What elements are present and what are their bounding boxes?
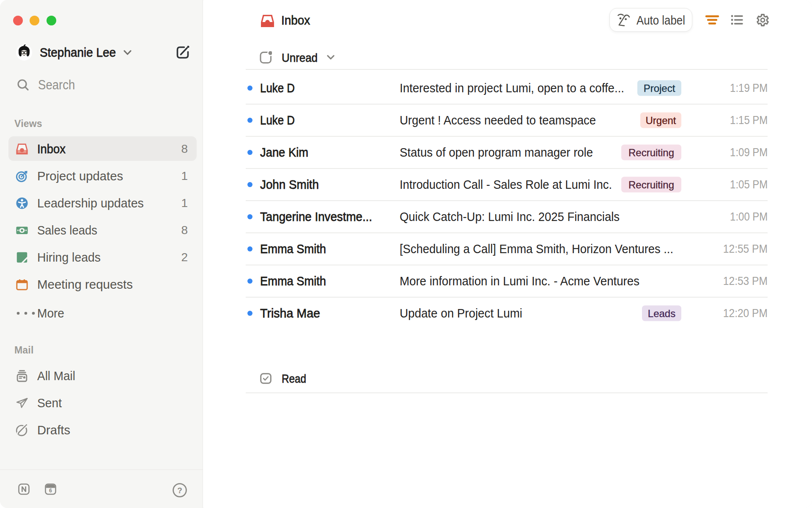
svg-text:?: ? bbox=[177, 486, 182, 495]
svg-text:6: 6 bbox=[49, 488, 52, 494]
